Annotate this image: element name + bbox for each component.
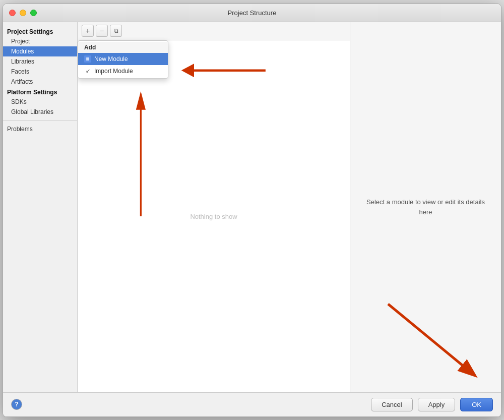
apply-button[interactable]: Apply <box>418 398 456 411</box>
import-module-label: Import Module <box>94 68 133 75</box>
project-settings-label: Project Settings <box>3 26 77 36</box>
right-panel: Select a module to view or edit its deta… <box>350 22 501 392</box>
copy-button[interactable]: ⧉ <box>110 25 122 37</box>
sidebar-divider <box>3 120 77 121</box>
sidebar-item-project[interactable]: Project <box>3 36 77 46</box>
center-panel: + − ⧉ Add ▦ New Module ↙ Import Module <box>78 22 350 392</box>
dropdown-header: Add <box>78 42 168 53</box>
window-controls <box>9 10 37 16</box>
maximize-button[interactable] <box>30 10 37 16</box>
dropdown-item-new-module[interactable]: ▦ New Module <box>78 53 168 65</box>
minimize-button[interactable] <box>20 10 26 16</box>
svg-line-5 <box>388 304 474 375</box>
sidebar-item-facets[interactable]: Facets <box>3 67 77 77</box>
dropdown-item-import-module[interactable]: ↙ Import Module <box>78 65 168 77</box>
footer-left: ? <box>11 399 22 410</box>
sidebar-item-libraries[interactable]: Libraries <box>3 56 77 67</box>
right-panel-hint: Select a module to view or edit its deta… <box>360 197 491 217</box>
ok-button[interactable]: OK <box>460 398 493 411</box>
footer: ? Cancel Apply OK <box>3 392 501 416</box>
sidebar-item-artifacts[interactable]: Artifacts <box>3 77 77 87</box>
platform-settings-label: Platform Settings <box>3 87 77 97</box>
sidebar-item-modules[interactable]: Modules <box>3 46 77 56</box>
sidebar-item-problems[interactable]: Problems <box>3 124 77 134</box>
titlebar: Project Structure <box>3 4 501 22</box>
ok-button-arrow <box>358 289 499 390</box>
cancel-button[interactable]: Cancel <box>371 398 412 411</box>
add-dropdown-menu: Add ▦ New Module ↙ Import Module <box>78 40 168 79</box>
module-toolbar: + − ⧉ Add ▦ New Module ↙ Import Module <box>78 22 350 40</box>
remove-button[interactable]: − <box>96 25 108 37</box>
new-module-icon: ▦ <box>84 55 91 63</box>
empty-state-label: Nothing to show <box>190 212 237 220</box>
help-button[interactable]: ? <box>11 399 22 410</box>
import-module-icon: ↙ <box>84 68 91 75</box>
sidebar-item-sdks[interactable]: SDKs <box>3 97 77 107</box>
sidebar-item-global-libraries[interactable]: Global Libraries <box>3 107 77 117</box>
close-button[interactable] <box>9 10 16 16</box>
module-list-area: Nothing to show <box>78 40 350 392</box>
copy-icon: ⧉ <box>114 27 118 34</box>
window-title: Project Structure <box>228 9 277 17</box>
new-module-label: New Module <box>94 55 128 63</box>
main-content: Project Settings Project Modules Librari… <box>3 22 501 392</box>
project-structure-window: Project Structure Project Settings Proje… <box>3 4 501 417</box>
footer-buttons: Cancel Apply OK <box>371 398 493 411</box>
sidebar: Project Settings Project Modules Librari… <box>3 22 78 392</box>
add-button[interactable]: + <box>82 25 94 37</box>
